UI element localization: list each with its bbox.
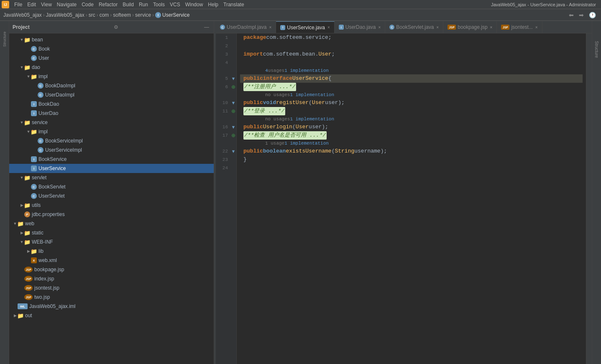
tree-item[interactable]: ▶📁lib: [9, 247, 214, 256]
tree-item[interactable]: IUserService: [9, 164, 214, 173]
tree-item[interactable]: JSPindex.jsp: [9, 274, 214, 283]
menu-run[interactable]: Run: [136, 0, 151, 9]
tree-item[interactable]: IUserDao: [9, 109, 214, 118]
down-marker-icon[interactable]: ▼: [230, 149, 236, 154]
menu-window[interactable]: Window: [183, 0, 206, 9]
menu-help[interactable]: Help: [205, 0, 221, 9]
tree-toggle-icon[interactable]: [33, 138, 38, 143]
tree-item[interactable]: CBookServlet: [9, 182, 214, 191]
down-marker-icon[interactable]: ▼: [230, 125, 236, 130]
breadcrumb-service[interactable]: service: [135, 12, 151, 18]
editor-tab-bookpage[interactable]: JSPbookpage.jsp×: [443, 21, 497, 33]
sidebar-settings-icon[interactable]: ⚙: [113, 24, 120, 30]
tree-toggle-icon[interactable]: [13, 304, 18, 309]
tree-item[interactable]: ▼📁impl: [9, 72, 214, 81]
tree-toggle-icon[interactable]: [26, 111, 31, 116]
sidebar-collapse-icon[interactable]: —: [203, 24, 210, 30]
nav-recent-button[interactable]: 🕐: [587, 11, 598, 19]
menu-view[interactable]: View: [38, 0, 54, 9]
tree-item[interactable]: CBookServiceImpl: [9, 136, 214, 145]
breadcrumb-com[interactable]: com: [100, 12, 109, 18]
structure-tab[interactable]: Structure: [0, 23, 9, 56]
tree-item[interactable]: IBookDao: [9, 99, 214, 109]
tree-toggle-icon[interactable]: [26, 157, 31, 162]
tree-toggle-icon[interactable]: [26, 56, 31, 61]
tree-item[interactable]: ▶📁utils: [9, 201, 214, 210]
hint-link[interactable]: 1 implementation: [290, 91, 334, 99]
tree-item[interactable]: ▼📁bean: [9, 35, 214, 44]
menu-build[interactable]: Build: [120, 0, 136, 9]
hint-link[interactable]: 1 implementation: [284, 139, 329, 148]
menu-file[interactable]: File: [12, 0, 25, 9]
tree-item[interactable]: ▼📁servlet: [9, 173, 214, 182]
tab-close-button[interactable]: ×: [269, 25, 271, 30]
tree-item[interactable]: CUser: [9, 53, 214, 63]
menu-refactor[interactable]: Refactor: [96, 0, 120, 9]
nav-back-button[interactable]: ⬅: [567, 11, 575, 19]
editor-tab-jsontest[interactable]: JSPjsontest...×: [497, 21, 542, 33]
code-content[interactable]: package com.softeem.service;import com.s…: [237, 33, 586, 364]
tree-toggle-icon[interactable]: [26, 258, 31, 263]
hint-link[interactable]: 4: [265, 66, 268, 75]
tree-toggle-icon[interactable]: [26, 102, 31, 107]
editor-tab-userDao[interactable]: IUserDao.java×: [335, 21, 386, 33]
tree-toggle-icon[interactable]: [33, 92, 38, 97]
menu-vcs[interactable]: VCS: [167, 0, 183, 9]
tree-toggle-icon[interactable]: [19, 295, 24, 300]
tree-item[interactable]: CBookDaoImpl: [9, 81, 214, 90]
tree-item[interactable]: IBookService: [9, 155, 214, 164]
structure-panel-tab[interactable]: Structure: [594, 38, 599, 61]
tree-item[interactable]: JSPjsontest.jsp: [9, 283, 214, 293]
menu-edit[interactable]: Edit: [25, 0, 38, 9]
tree-item[interactable]: ▶📁out: [9, 311, 214, 320]
tree-item[interactable]: ▼📁web: [9, 219, 214, 228]
tree-item[interactable]: CUserServiceImpl: [9, 145, 214, 155]
tree-item[interactable]: CBook: [9, 44, 214, 53]
tree-toggle-icon[interactable]: [26, 193, 31, 199]
tree-toggle-icon[interactable]: [33, 148, 38, 153]
breadcrumb-src[interactable]: src: [89, 12, 95, 18]
tree-toggle-icon[interactable]: [26, 46, 31, 51]
tree-toggle-icon[interactable]: [19, 267, 24, 272]
editor-tab-userDaoImpl[interactable]: CUserDaoImpl.java×: [216, 21, 276, 33]
nav-forward-button[interactable]: ➡: [577, 11, 586, 19]
down-marker-icon[interactable]: ▼: [230, 100, 236, 105]
tree-item[interactable]: ▼📁service: [9, 118, 214, 127]
down-marker-icon[interactable]: ▼: [230, 76, 236, 81]
hint-link[interactable]: 1 implementation: [290, 115, 334, 123]
breadcrumb-userservice[interactable]: UserService: [162, 12, 189, 18]
editor-tab-userService[interactable]: IUserService.java×: [276, 21, 335, 33]
tab-close-button[interactable]: ×: [490, 25, 493, 30]
tree-toggle-icon[interactable]: [19, 285, 24, 290]
tree-item[interactable]: Pjdbc.properties: [9, 210, 214, 219]
tree-toggle-icon[interactable]: [19, 276, 24, 281]
breadcrumb-module[interactable]: JavaWeb05_ajax: [46, 12, 84, 18]
breadcrumb-project[interactable]: JavaWeb05_ajax: [3, 12, 42, 18]
menu-translate[interactable]: Translate: [221, 0, 247, 9]
tree-toggle-icon[interactable]: [26, 166, 31, 171]
tree-toggle-icon[interactable]: [26, 184, 31, 189]
tab-close-button[interactable]: ×: [327, 25, 330, 30]
fold-marker-icon[interactable]: ⊕: [230, 132, 236, 138]
tab-close-button[interactable]: ×: [378, 25, 381, 30]
menu-tools[interactable]: Tools: [151, 0, 167, 9]
tree-item[interactable]: IMLJavaWeb05_ajax.iml: [9, 302, 214, 311]
fold-marker-icon[interactable]: ⊕: [230, 84, 236, 90]
tree-item[interactable]: CUserServlet: [9, 191, 214, 201]
editor-tab-bookServlet[interactable]: CBookServlet.java×: [385, 21, 443, 33]
tree-toggle-icon[interactable]: [19, 212, 24, 217]
tree-item[interactable]: JSPbookpage.jsp: [9, 265, 214, 274]
tree-item[interactable]: ▼📁dao: [9, 63, 214, 72]
menu-code[interactable]: Code: [79, 0, 96, 9]
hint-link[interactable]: 1 implementation: [284, 66, 329, 75]
tree-item[interactable]: ▼📁impl: [9, 127, 214, 136]
breadcrumb-softeem[interactable]: softeem: [113, 12, 131, 18]
tree-item[interactable]: ▼📁WEB-INF: [9, 237, 214, 247]
tree-toggle-icon[interactable]: [33, 83, 38, 88]
tree-item[interactable]: Xweb.xml: [9, 256, 214, 265]
tree-item[interactable]: JSPtwo.jsp: [9, 293, 214, 302]
tree-item[interactable]: CUserDaoImpl: [9, 90, 214, 99]
menu-navigate[interactable]: Navigate: [54, 0, 79, 9]
fold-marker-icon[interactable]: ⊕: [230, 108, 236, 114]
tab-close-button[interactable]: ×: [436, 25, 439, 30]
